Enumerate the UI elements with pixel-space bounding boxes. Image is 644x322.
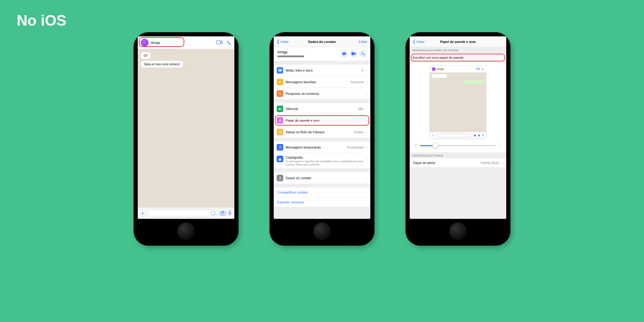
camera-icon: ◉ <box>478 134 480 137</box>
back-button[interactable]: Voltar <box>413 39 425 44</box>
contact-header: Amiga <box>274 47 370 61</box>
chevron-right-icon: › <box>366 92 367 96</box>
timer-icon <box>277 144 283 151</box>
message-bubble: Salva aí meu novo número! <box>141 61 183 68</box>
page-title: No iOS <box>17 12 66 29</box>
chevron-right-icon: › <box>366 80 367 84</box>
row-label: Mídia, links e docs <box>286 69 360 72</box>
sun-icon: ☀ <box>414 143 418 148</box>
svg-point-3 <box>222 213 224 214</box>
save-icon <box>277 129 283 135</box>
preview-input <box>436 134 472 137</box>
row-wallpaper[interactable]: Papel de parede e som › <box>274 115 370 126</box>
svg-rect-6 <box>352 52 354 55</box>
row-value: Padrão <box>354 131 363 134</box>
message-bubble: Oi! <box>141 52 151 59</box>
row-save-camera[interactable]: Salvar no Rolo da Câmera Padrão › <box>274 126 370 138</box>
row-label: Silenciar <box>286 107 356 111</box>
avatar[interactable] <box>141 39 148 47</box>
media-icon <box>277 67 283 74</box>
chevron-right-icon: › <box>502 161 503 165</box>
phone-chat: Amiga Oi! Salva aí meu novo número! ＋ <box>134 32 239 246</box>
row-label: Papel de parede e som <box>286 119 363 122</box>
mic-icon[interactable] <box>228 210 232 216</box>
chat-header[interactable]: Amiga <box>138 36 234 49</box>
row-contact-details[interactable]: Dados do contato › <box>274 172 370 184</box>
voice-call-icon[interactable] <box>227 40 231 45</box>
row-starred[interactable]: ★ Mensagens favoritas Nenhuma › <box>274 76 370 88</box>
chevron-right-icon: › <box>366 68 367 72</box>
video-call-icon[interactable] <box>350 50 357 57</box>
chat-body: Oi! Salva aí meu novo número! <box>138 49 234 207</box>
export-chat-link[interactable]: Exportar conversa <box>274 197 370 207</box>
chevron-left-icon <box>413 39 416 44</box>
voice-call-icon[interactable] <box>360 50 367 57</box>
video-call-icon <box>476 68 480 70</box>
edit-button[interactable]: Editar <box>359 40 367 44</box>
phone-contact-info: Voltar Dados do contato Editar Amiga Míd… <box>270 32 374 246</box>
svg-rect-4 <box>222 211 224 212</box>
slider-thumb[interactable] <box>432 143 438 148</box>
row-label: Dados do contato <box>286 176 363 180</box>
row-label: Criptografia <box>286 156 363 159</box>
row-encryption[interactable]: Criptografia As mensagens e ligações são… <box>274 153 370 169</box>
chevron-right-icon: › <box>366 156 367 160</box>
row-label: Escolher um novo papel de parede <box>413 56 499 59</box>
chevron-right-icon: › <box>366 118 367 123</box>
camera-icon[interactable] <box>220 211 225 216</box>
row-value: Nenhuma <box>351 80 363 84</box>
row-search[interactable]: Pesquisar na conversa › <box>274 88 370 100</box>
chevron-right-icon: › <box>366 130 367 134</box>
nav-title: Papel de parede e som <box>440 40 476 44</box>
avatar <box>432 67 436 71</box>
lock-icon <box>277 156 283 162</box>
svg-rect-1 <box>211 211 215 215</box>
back-button[interactable]: Voltar <box>277 39 289 44</box>
voice-call-icon <box>482 68 484 70</box>
plus-icon: ＋ <box>431 133 434 137</box>
message-icon[interactable] <box>340 50 348 57</box>
svg-rect-20 <box>476 68 479 70</box>
preview-contact-name: Amiga <box>437 68 444 70</box>
phone-wallpaper: Voltar Papel de parede e som Personaliza… <box>405 32 510 246</box>
sticker-icon[interactable] <box>211 211 216 216</box>
row-choose-wallpaper[interactable]: Escolher um novo papel de parede › <box>410 53 506 62</box>
contact-icon <box>277 175 283 181</box>
chevron-right-icon: › <box>366 145 367 149</box>
share-contact-link[interactable]: Compartilhar contato <box>274 188 370 197</box>
svg-point-11 <box>279 120 280 121</box>
plus-icon[interactable]: ＋ <box>140 210 145 216</box>
row-label: Toque de alerta <box>413 161 479 165</box>
row-media[interactable]: Mídia, links e docs 0 › <box>274 65 370 76</box>
video-call-icon[interactable] <box>216 40 222 45</box>
section-wallpaper-label: Personalizar papel de parede <box>410 47 506 53</box>
row-label: Mensagens temporárias <box>286 145 345 149</box>
wallpaper-preview: Amiga ＋ ▣ ◉ 🎙 <box>430 65 486 139</box>
slider-track[interactable] <box>420 145 496 146</box>
chat-contact-name[interactable]: Amiga <box>151 41 160 44</box>
star-icon: ★ <box>277 79 283 85</box>
message-input[interactable] <box>147 209 218 217</box>
chevron-left-icon <box>277 39 280 44</box>
preview-bubble-in <box>432 74 447 78</box>
contact-name: Amiga <box>277 50 304 54</box>
chevron-right-icon: › <box>366 107 367 111</box>
chevron-right-icon: › <box>502 55 503 60</box>
row-disappearing[interactable]: Mensagens temporárias Desativadas › <box>274 142 370 153</box>
brightness-slider[interactable]: ☀ ☾ <box>410 140 506 151</box>
row-label: Pesquisar na conversa <box>286 92 363 95</box>
wallpaper-icon <box>277 117 283 124</box>
nav-bar: Voltar Papel de parede e som <box>410 36 506 47</box>
row-value: Não <box>358 107 363 111</box>
svg-rect-5 <box>229 211 231 213</box>
chevron-right-icon: › <box>366 176 367 180</box>
svg-point-9 <box>279 92 281 95</box>
svg-point-8 <box>279 70 280 70</box>
svg-rect-18 <box>279 159 281 161</box>
row-value: Padrão (Nota) <box>481 161 500 165</box>
contact-phone-redacted <box>277 55 304 57</box>
sticker-icon: ▣ <box>474 134 476 137</box>
row-mute[interactable]: Silenciar Não › <box>274 103 370 115</box>
row-alert-tone[interactable]: Toque de alerta Padrão (Nota) › <box>410 158 506 168</box>
row-value: 0 <box>362 69 364 72</box>
